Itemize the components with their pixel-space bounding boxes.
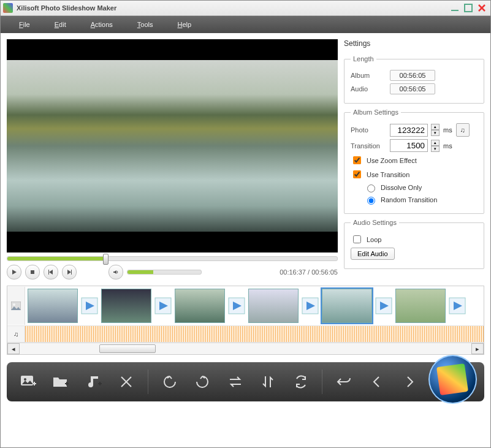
stop-button[interactable] <box>25 265 40 279</box>
add-image-button[interactable] <box>14 368 42 396</box>
length-legend: Length <box>351 55 376 63</box>
photo-duration-input[interactable] <box>390 124 428 137</box>
move-forward-button[interactable] <box>395 368 423 396</box>
length-group: Length Album00:56:05 Audio00:56:05 <box>344 55 484 104</box>
music-note-icon[interactable]: ♫ <box>456 123 470 137</box>
timeline-thumb[interactable] <box>248 289 299 323</box>
undo-button[interactable] <box>330 368 357 396</box>
transition-duration-up[interactable]: ▴ <box>431 140 440 146</box>
loop-label: Loop <box>367 236 381 243</box>
photo-duration-up[interactable]: ▴ <box>431 124 440 130</box>
timeline-thumb-selected[interactable] <box>322 289 372 323</box>
swap-horizontal-button[interactable] <box>221 368 249 396</box>
loop-checkbox[interactable] <box>353 235 361 243</box>
content-area: 00:16:37 / 00:56:05 Settings Length Albu… <box>1 33 490 447</box>
dissolve-only-radio[interactable] <box>367 184 375 192</box>
timeline-thumb[interactable] <box>101 289 151 323</box>
transition-duration-label: Transition <box>351 142 386 150</box>
prev-button[interactable] <box>44 265 58 279</box>
audio-track-icon: ♫ <box>7 326 25 342</box>
image-track-icon <box>7 287 25 325</box>
timeline-scroll-right[interactable]: ▸ <box>471 343 484 354</box>
app-title: Xilisoft Photo Slideshow Maker <box>17 4 116 12</box>
app-icon <box>3 3 13 13</box>
preview-panel: 00:16:37 / 00:56:05 <box>7 39 338 279</box>
video-preview[interactable] <box>7 39 338 252</box>
seek-bar[interactable] <box>7 256 338 261</box>
rotate-cw-button[interactable] <box>188 368 216 396</box>
svg-point-4 <box>13 303 15 306</box>
album-settings-legend: Album Settings <box>351 108 401 116</box>
timeline: ♫ ◂ ▸ <box>7 286 484 355</box>
svg-rect-2 <box>31 270 34 274</box>
menu-tools[interactable]: Tools <box>125 18 166 31</box>
move-back-button[interactable] <box>363 368 390 396</box>
dissolve-only-label: Dissolve Only <box>381 184 422 191</box>
random-transition-radio[interactable] <box>367 197 375 205</box>
delete-button[interactable] <box>112 368 140 396</box>
swap-vertical-button[interactable] <box>254 368 281 396</box>
photo-duration-unit: ms <box>443 126 452 134</box>
rotate-ccw-button[interactable] <box>156 368 183 396</box>
volume-slider[interactable] <box>127 270 202 275</box>
add-music-button[interactable] <box>80 368 107 396</box>
app-window: Xilisoft Photo Slideshow Maker File Edit… <box>0 0 491 448</box>
menubar: File Edit Actions Tools Help <box>1 16 490 33</box>
use-transition-checkbox[interactable] <box>353 170 361 178</box>
time-display: 00:16:37 / 00:56:05 <box>280 268 338 276</box>
timeline-scroll-track[interactable] <box>20 344 471 353</box>
transition-duration-unit: ms <box>443 142 452 150</box>
transition-icon[interactable] <box>447 295 468 316</box>
audio-waveform[interactable] <box>25 326 484 342</box>
audio-settings-legend: Audio Settings <box>351 219 399 226</box>
preview-image <box>7 60 338 232</box>
bottom-toolbar <box>7 362 484 401</box>
maximize-button[interactable] <box>462 2 474 14</box>
menu-file[interactable]: File <box>7 18 42 31</box>
transition-icon[interactable] <box>226 295 247 316</box>
audio-length-label: Audio <box>351 85 386 93</box>
volume-icon[interactable] <box>108 265 123 279</box>
album-length-value: 00:56:05 <box>390 70 435 81</box>
seek-knob[interactable] <box>103 254 108 265</box>
edit-audio-button[interactable]: Edit Audio <box>351 248 395 260</box>
refresh-button[interactable] <box>287 368 314 396</box>
use-transition-label: Use Transition <box>367 171 409 178</box>
audio-settings-group: Audio Settings Loop Edit Audio <box>344 219 484 269</box>
timeline-scroll-thumb[interactable] <box>99 344 156 353</box>
transition-icon[interactable] <box>373 295 394 316</box>
menu-actions[interactable]: Actions <box>78 18 125 31</box>
use-zoom-checkbox[interactable] <box>353 156 361 164</box>
playback-controls: 00:16:37 / 00:56:05 <box>7 265 338 279</box>
timeline-scroll-left[interactable]: ◂ <box>7 343 20 354</box>
photo-duration-down[interactable]: ▾ <box>431 130 440 136</box>
settings-heading: Settings <box>344 39 484 48</box>
transition-icon[interactable] <box>79 295 100 316</box>
export-button[interactable] <box>428 355 477 404</box>
play-button[interactable] <box>7 265 21 279</box>
transition-icon[interactable] <box>300 295 321 316</box>
menu-help[interactable]: Help <box>166 18 204 31</box>
transition-duration-input[interactable] <box>390 139 428 152</box>
close-button[interactable] <box>476 2 488 14</box>
next-button[interactable] <box>62 265 77 279</box>
audio-track: ♫ <box>7 326 484 343</box>
album-settings-group: Album Settings Photo ▴▾ ms ♫ Transition … <box>344 108 484 214</box>
add-folder-button[interactable] <box>47 368 74 396</box>
audio-length-value: 00:56:05 <box>390 83 435 94</box>
image-track-body[interactable] <box>25 286 484 325</box>
use-zoom-label: Use Zoom Effect <box>367 157 417 164</box>
timeline-scrollbar: ◂ ▸ <box>7 343 484 354</box>
timeline-thumb[interactable] <box>395 289 446 323</box>
timeline-thumb[interactable] <box>175 289 225 323</box>
timeline-thumb[interactable] <box>28 289 78 323</box>
svg-point-12 <box>24 378 26 381</box>
transition-icon[interactable] <box>153 295 173 316</box>
menu-edit[interactable]: Edit <box>42 18 78 31</box>
minimize-button[interactable] <box>449 2 461 14</box>
svg-rect-0 <box>451 10 459 11</box>
transition-duration-down[interactable]: ▾ <box>431 146 440 152</box>
photo-duration-label: Photo <box>351 126 386 134</box>
random-transition-label: Random Transition <box>381 196 437 203</box>
export-icon <box>436 363 468 395</box>
